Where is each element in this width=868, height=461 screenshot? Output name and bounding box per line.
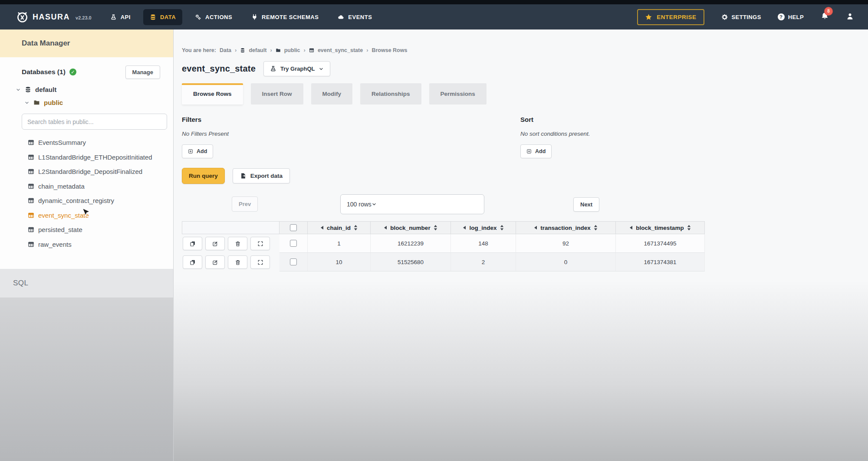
breadcrumb-default[interactable]: default bbox=[249, 47, 266, 53]
table-grid-icon bbox=[28, 197, 34, 204]
page-size-select[interactable]: 100 rows bbox=[340, 194, 484, 214]
query-actions-row: Run query Export data bbox=[182, 168, 868, 184]
nav-item-label: API bbox=[121, 14, 131, 20]
edit-row-button[interactable] bbox=[205, 255, 225, 269]
cell-block-timestamp: 1671374381 bbox=[616, 253, 705, 271]
breadcrumb-event-sync-state[interactable]: event_sync_state bbox=[318, 47, 363, 53]
next-page-button[interactable]: Next bbox=[573, 197, 599, 212]
sort-arrows-icon bbox=[500, 225, 504, 231]
plus-square-icon bbox=[188, 149, 193, 154]
table-item-dynamic-contract-registry[interactable]: dynamic_contract_registry bbox=[28, 193, 173, 208]
prev-page-button[interactable]: Prev bbox=[232, 196, 258, 212]
header-cell-transaction-index[interactable]: transaction_index bbox=[516, 221, 616, 234]
sidebar-item-sql[interactable]: SQL bbox=[0, 269, 173, 298]
tree-node-database-default[interactable]: default bbox=[16, 86, 173, 93]
nav-item-events[interactable]: EVENTS bbox=[331, 9, 378, 25]
expand-row-button[interactable] bbox=[250, 255, 270, 269]
flask-icon bbox=[110, 14, 117, 20]
table-grid-icon bbox=[28, 183, 34, 190]
delete-row-button[interactable] bbox=[228, 237, 247, 250]
export-data-button[interactable]: Export data bbox=[233, 168, 290, 183]
sort-arrows-icon bbox=[594, 225, 598, 231]
breadcrumb-separator: › bbox=[304, 47, 306, 53]
notifications-button[interactable]: 8 bbox=[820, 12, 829, 23]
copy-icon bbox=[190, 259, 196, 265]
header-cell-block-number[interactable]: block_number bbox=[371, 221, 451, 234]
breadcrumb-public[interactable]: public bbox=[284, 47, 300, 53]
table-grid-icon bbox=[28, 154, 34, 160]
table-item-raw-events[interactable]: raw_events bbox=[28, 237, 173, 252]
tab-browse-rows[interactable]: Browse Rows bbox=[182, 83, 243, 105]
sidebar-title: Data Manager bbox=[0, 29, 173, 57]
edit-row-button[interactable] bbox=[205, 237, 225, 250]
hasura-logo-icon bbox=[16, 11, 28, 23]
table-grid-icon bbox=[28, 212, 34, 219]
header-cell-actions bbox=[182, 221, 279, 234]
table-grid-icon bbox=[28, 226, 34, 233]
page-title: event_sync_state bbox=[182, 64, 256, 74]
row-checkbox[interactable] bbox=[290, 258, 297, 265]
breadcrumb-separator: › bbox=[366, 47, 368, 53]
nav-item-data[interactable]: DATA bbox=[143, 9, 182, 25]
nav-item-remote-schemas[interactable]: REMOTE SCHEMAS bbox=[245, 9, 325, 25]
chevron-down-icon bbox=[24, 100, 30, 105]
flask-icon bbox=[270, 65, 276, 72]
sort-empty-note: No sort conditions present. bbox=[520, 131, 590, 137]
select-all-checkbox[interactable] bbox=[290, 224, 297, 231]
clone-row-button[interactable] bbox=[183, 237, 202, 250]
folder-icon bbox=[276, 48, 281, 53]
manage-button[interactable]: Manage bbox=[125, 65, 160, 79]
tab-relationships[interactable]: Relationships bbox=[360, 83, 421, 105]
account-button[interactable] bbox=[846, 12, 854, 22]
enterprise-button[interactable]: ENTERPRISE bbox=[637, 9, 704, 25]
expand-row-button[interactable] bbox=[250, 237, 270, 250]
table-item-chain-metadata[interactable]: chain_metadata bbox=[28, 179, 173, 194]
expand-icon bbox=[257, 241, 263, 247]
plug-icon bbox=[251, 14, 258, 20]
add-sort-button[interactable]: Add bbox=[520, 144, 552, 158]
settings-button[interactable]: SETTINGS bbox=[721, 13, 761, 21]
database-icon bbox=[240, 48, 245, 53]
help-button[interactable]: ? HELP bbox=[778, 13, 804, 20]
tab-insert-row[interactable]: Insert Row bbox=[251, 83, 303, 105]
plus-square-icon bbox=[526, 149, 532, 154]
row-checkbox[interactable] bbox=[290, 240, 297, 247]
nav-item-actions[interactable]: ACTIONS bbox=[188, 9, 239, 25]
filters-sort-row: Filters No Filters Present Add Sort No s… bbox=[182, 116, 868, 158]
header-cell-log-index[interactable]: log_index bbox=[451, 221, 516, 234]
export-data-label: Export data bbox=[250, 173, 283, 179]
cell-block-number: 16212239 bbox=[371, 234, 451, 253]
breadcrumb-data[interactable]: Data bbox=[220, 47, 231, 53]
chevron-down-icon bbox=[319, 66, 324, 72]
run-query-button[interactable]: Run query bbox=[182, 168, 225, 184]
help-label: HELP bbox=[788, 14, 804, 20]
add-filter-button[interactable]: Add bbox=[182, 144, 213, 158]
header-cell-chain-id[interactable]: chain_id bbox=[308, 221, 371, 234]
breadcrumb: You are here: Data › default › public › … bbox=[182, 29, 868, 53]
tab-permissions[interactable]: Permissions bbox=[429, 83, 487, 105]
table-item-persisted-state[interactable]: persisted_state bbox=[28, 222, 173, 237]
table-item-eventssummary[interactable]: EventsSummary bbox=[28, 135, 173, 150]
notification-badge: 8 bbox=[824, 7, 833, 16]
table-item-l1standardbridge[interactable]: L1StandardBridge_ETHDepositInitiated bbox=[28, 150, 173, 165]
search-tables-input[interactable] bbox=[22, 114, 167, 130]
row-actions bbox=[182, 234, 279, 253]
row-select-cell bbox=[279, 253, 308, 271]
delete-row-button[interactable] bbox=[228, 255, 247, 269]
nav-menu: API DATA ACTIONS REMOTE SCHEMAS EVENTS bbox=[98, 9, 379, 25]
clone-row-button[interactable] bbox=[183, 255, 202, 269]
tree-node-schema-public[interactable]: public bbox=[24, 99, 173, 106]
table-item-label: EventsSummary bbox=[38, 139, 86, 146]
sort-arrows-icon bbox=[434, 225, 437, 231]
sort-title: Sort bbox=[520, 116, 590, 123]
table-item-l2standardbridge[interactable]: L2StandardBridge_DepositFinalized bbox=[28, 164, 173, 179]
table-item-event-sync-state[interactable]: event_sync_state bbox=[28, 208, 173, 223]
try-graphql-button[interactable]: Try GraphQL bbox=[263, 61, 330, 76]
gear-icon bbox=[721, 13, 728, 21]
databases-label-group: Databases (1) ✓ bbox=[22, 68, 76, 76]
try-graphql-label: Try GraphQL bbox=[280, 65, 315, 72]
nav-item-api[interactable]: API bbox=[104, 9, 137, 25]
hasura-brand[interactable]: HASURA v2.23.0 bbox=[16, 11, 92, 23]
header-cell-block-timestamp[interactable]: block_timestamp bbox=[616, 221, 705, 234]
tab-modify[interactable]: Modify bbox=[311, 83, 353, 105]
